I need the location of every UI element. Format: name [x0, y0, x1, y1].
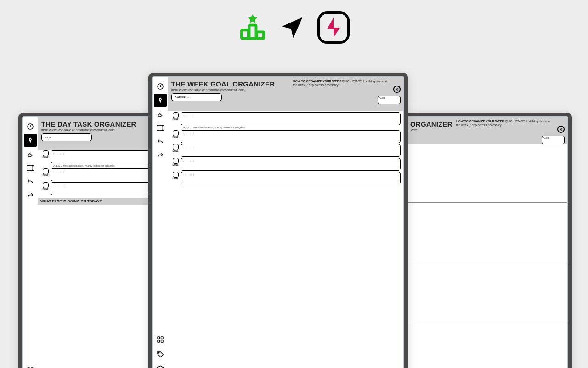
svg-point-9 — [32, 165, 33, 166]
tablet-center: THE WEEK GOAL ORGANIZER instructions ava… — [148, 73, 408, 368]
page-subsite: .com — [410, 128, 564, 132]
page-number-input[interactable]: PAGE — [542, 136, 565, 144]
done-checkbox[interactable] — [173, 144, 179, 150]
layers-icon[interactable] — [154, 362, 167, 368]
undo-icon[interactable] — [24, 175, 37, 188]
select-icon[interactable] — [24, 161, 37, 174]
done-checkbox[interactable] — [173, 172, 179, 178]
svg-point-11 — [32, 170, 33, 171]
week-input[interactable]: WEEK # — [171, 93, 222, 101]
svg-point-23 — [158, 130, 158, 131]
task-helper: A,B,C,D Method indication, Priority. Ind… — [170, 126, 401, 129]
task-input[interactable]: : : : : — [181, 158, 401, 171]
page-center: THE WEEK GOAL ORGANIZER instructions ava… — [168, 77, 403, 368]
svg-point-8 — [28, 165, 28, 166]
task-input[interactable]: : : : : — [181, 172, 401, 184]
done-checkbox[interactable] — [43, 150, 49, 156]
task-input[interactable]: : : : : — [181, 112, 401, 125]
eraser-icon[interactable] — [154, 108, 167, 121]
week-cell[interactable] — [407, 202, 567, 262]
pen-icon[interactable] — [154, 94, 167, 107]
svg-rect-28 — [161, 340, 164, 343]
svg-rect-3 — [257, 32, 264, 39]
howto-heading: HOW TO ORGANIZE YOUR WEEK — [456, 120, 504, 123]
svg-rect-26 — [161, 337, 164, 339]
svg-rect-20 — [158, 126, 163, 131]
redo-icon[interactable] — [154, 149, 167, 162]
week-cell[interactable] — [407, 321, 567, 368]
tag-icon[interactable] — [154, 348, 167, 361]
toolbar-center — [153, 77, 168, 368]
done-checkbox[interactable] — [173, 158, 179, 164]
page-number-input[interactable]: PAGE — [378, 96, 401, 104]
svg-rect-1 — [249, 25, 256, 39]
clock-icon[interactable] — [24, 120, 37, 133]
svg-rect-27 — [158, 340, 160, 343]
redo-icon[interactable] — [24, 189, 37, 202]
week-cell[interactable] — [407, 144, 567, 202]
supabase-icon — [317, 11, 350, 46]
svg-point-19 — [160, 99, 161, 100]
svg-point-10 — [28, 170, 28, 171]
page-title: ORGANIZER — [410, 120, 452, 128]
week-cell[interactable] — [407, 262, 567, 321]
done-checkbox[interactable] — [173, 112, 179, 118]
howto-heading: HOW TO ORGANIZE YOUR WEEK — [293, 80, 341, 83]
undo-icon[interactable] — [154, 135, 167, 148]
clock-icon[interactable] — [154, 80, 167, 93]
svg-rect-25 — [158, 337, 160, 339]
task-input[interactable]: : : : : — [181, 144, 401, 157]
close-icon[interactable]: ✕ — [557, 126, 565, 133]
page-subtitle: instructions available at productivitybr… — [171, 88, 400, 92]
top-icon-row — [238, 11, 350, 46]
toolbar-left — [23, 117, 38, 368]
close-icon[interactable]: ✕ — [393, 86, 401, 93]
page-right: ORGANIZER .com HOW TO ORGANIZE YOUR WEEK… — [407, 117, 567, 368]
svg-point-21 — [158, 125, 158, 126]
svg-rect-2 — [242, 30, 249, 39]
select-icon[interactable] — [154, 121, 167, 134]
svg-point-29 — [158, 352, 159, 353]
grid-icon[interactable] — [154, 333, 167, 346]
eraser-icon[interactable] — [24, 148, 37, 161]
svg-marker-0 — [248, 14, 257, 23]
done-checkbox[interactable] — [43, 182, 49, 188]
week-cells — [407, 144, 567, 368]
done-checkbox[interactable] — [43, 168, 49, 174]
dotgrid[interactable] — [168, 186, 403, 368]
date-input[interactable]: DATE — [41, 133, 92, 141]
send-icon — [278, 14, 306, 43]
svg-point-22 — [162, 125, 163, 126]
done-checkbox[interactable] — [173, 130, 179, 136]
leaderboard-icon — [238, 13, 267, 44]
task-input[interactable]: : : : : — [181, 130, 401, 143]
svg-rect-7 — [28, 166, 33, 171]
svg-point-6 — [30, 139, 31, 140]
grid-icon[interactable] — [24, 364, 37, 368]
svg-point-24 — [162, 130, 163, 131]
pen-icon[interactable] — [24, 134, 37, 147]
